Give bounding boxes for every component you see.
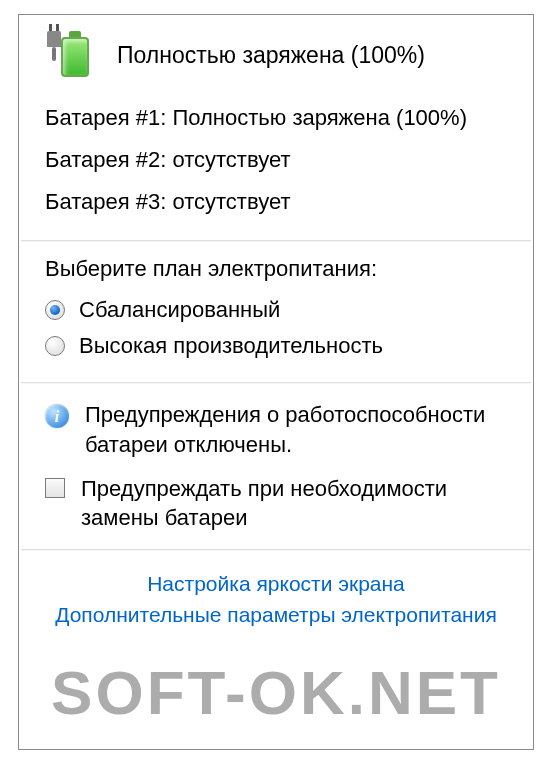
warn-replace-battery-option[interactable]: Предупреждать при необходимости замены б… xyxy=(21,474,531,549)
info-text: Предупреждения о работоспособности батар… xyxy=(85,400,507,459)
checkbox-label: Предупреждать при необходимости замены б… xyxy=(81,474,507,533)
battery-health-info: i Предупреждения о работоспособности бат… xyxy=(21,384,531,473)
battery-3-status: Батарея #3: отсутствует xyxy=(45,181,507,223)
header: Полностью заряжена (100%) xyxy=(21,17,531,85)
links-section: Настройка яркости экрана Дополнительные … xyxy=(21,551,531,648)
power-plan-prompt: Выберите план электропитания: xyxy=(45,256,507,282)
battery-2-status: Батарея #2: отсутствует xyxy=(45,139,507,181)
power-popup: Полностью заряжена (100%) Батарея #1: По… xyxy=(18,14,534,750)
info-icon: i xyxy=(45,404,69,428)
radio-icon xyxy=(45,300,65,320)
more-power-options-link[interactable]: Дополнительные параметры электропитания xyxy=(21,603,531,627)
battery-1-status: Батарея #1: Полностью заряжена (100%) xyxy=(45,97,507,139)
plan-option-label: Сбалансированный xyxy=(79,297,280,323)
charge-status-title: Полностью заряжена (100%) xyxy=(117,42,425,69)
plan-option-high-performance[interactable]: Высокая производительность xyxy=(45,328,507,364)
brightness-settings-link[interactable]: Настройка яркости экрана xyxy=(21,572,531,596)
power-plan-section: Выберите план электропитания: Сбалансиро… xyxy=(21,242,531,382)
radio-icon xyxy=(45,336,65,356)
battery-list: Батарея #1: Полностью заряжена (100%) Ба… xyxy=(21,85,531,240)
popup-inner: Полностью заряжена (100%) Батарея #1: По… xyxy=(21,17,531,747)
battery-charging-icon xyxy=(55,31,91,79)
checkbox-icon xyxy=(45,478,65,498)
plan-option-label: Высокая производительность xyxy=(79,333,383,359)
plan-option-balanced[interactable]: Сбалансированный xyxy=(45,292,507,328)
